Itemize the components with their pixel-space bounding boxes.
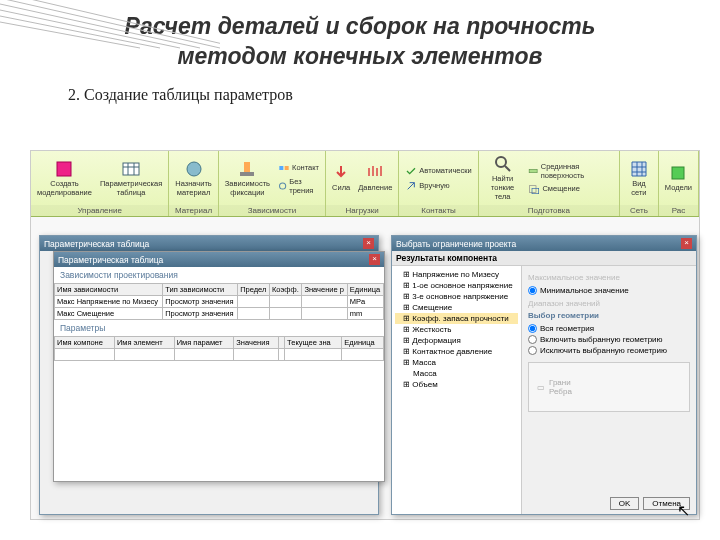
ribbon-group-label: Рас (659, 205, 698, 216)
table-cell[interactable] (114, 349, 174, 361)
table-cell[interactable]: Просмотр значения (163, 308, 238, 320)
pressure-icon (366, 164, 384, 182)
column-header[interactable]: Имя элемент (114, 337, 174, 349)
ribbon-group-label: Подготовка (479, 205, 619, 216)
column-header[interactable]: Единица (347, 284, 383, 296)
ribbon-table-button[interactable]: Параметрическая таблица (98, 159, 164, 198)
table-cell[interactable] (270, 308, 302, 320)
table-cell[interactable] (174, 349, 234, 361)
ribbon-pressure-button[interactable]: Давление (356, 163, 394, 193)
panel-title: Параметрическая таблица (58, 255, 163, 265)
tree-item[interactable]: ⊞ 1-ое основное напряжение (395, 280, 518, 291)
column-header[interactable]: Значение р (302, 284, 347, 296)
column-header[interactable]: Тип зависимости (163, 284, 238, 296)
table-cell[interactable] (270, 296, 302, 308)
contact-icon (278, 162, 290, 174)
constraint-form: Максимальное значение Минимальное значен… (522, 266, 696, 514)
table-cell[interactable] (302, 308, 347, 320)
ribbon-label: Сила (332, 183, 350, 192)
table-cell[interactable] (234, 349, 279, 361)
table-row[interactable] (55, 349, 384, 361)
column-header[interactable]: Значения (234, 337, 279, 349)
radio-min-value[interactable]: Минимальное значение (528, 285, 690, 296)
tree-header: Результаты компонента (392, 251, 696, 266)
radio-all-geometry[interactable]: Вся геометрия (528, 323, 690, 334)
table-row[interactable]: Макс Напряжение по МизесуПросмотр значен… (55, 296, 384, 308)
ribbon-force-button[interactable]: Сила (330, 163, 352, 193)
tree-item[interactable]: ⊞ Жесткость (395, 324, 518, 335)
tree-item[interactable]: ⊞ Деформация (395, 335, 518, 346)
ribbon-label: Без трения (289, 177, 319, 195)
offset-icon (528, 183, 540, 195)
application-window: Создать моделированиеПараметрическая таб… (30, 150, 700, 520)
tree-item[interactable]: ⊞ Напряжение по Мизесу (395, 269, 518, 280)
column-header[interactable]: Имя компоне (55, 337, 115, 349)
mid-icon (528, 165, 538, 177)
table-cell[interactable] (342, 349, 384, 361)
ribbon-group-label: Сеть (620, 205, 658, 216)
svg-rect-12 (244, 162, 250, 172)
table-cell[interactable]: mm (347, 308, 383, 320)
close-icon[interactable]: × (369, 254, 380, 265)
svg-rect-20 (530, 185, 537, 192)
parameters-table[interactable]: Имя компонеИмя элементИмя параметЗначени… (54, 336, 384, 361)
radio-exclude-geometry[interactable]: Исключить выбранную геометрию (528, 345, 690, 356)
ribbon-label: Зависимость фиксации (225, 179, 270, 197)
ribbon-mesh-button[interactable]: Вид сети (624, 159, 654, 198)
tree-item-label: Масса (413, 369, 437, 378)
tree-item[interactable]: ⊞ Контактное давление (395, 346, 518, 357)
disabled-selection-box: ▭ Грани Ребра (528, 362, 690, 412)
ribbon-contact-button[interactable]: Контакт (276, 161, 321, 175)
column-header[interactable]: Коэфф. (270, 284, 302, 296)
tree-item[interactable]: ⊞ Коэфф. запаса прочности (395, 313, 518, 324)
tree-item[interactable]: ⊞ Масса (395, 357, 518, 368)
table-cell[interactable] (285, 349, 342, 361)
svg-rect-13 (240, 172, 254, 176)
ok-button[interactable]: OK (610, 497, 640, 510)
table-cell[interactable] (55, 349, 115, 361)
ribbon-group-label: Управление (31, 205, 168, 216)
ribbon-run-button[interactable]: Модели (663, 163, 694, 193)
table-cell[interactable]: Макс Смещение (55, 308, 163, 320)
ribbon-label: Давление (358, 183, 392, 192)
group-max-value: Максимальное значение (528, 273, 690, 282)
table-cell[interactable] (302, 296, 347, 308)
column-header[interactable]: Текущее зна (285, 337, 342, 349)
ribbon-cube-button[interactable]: Создать моделирование (35, 159, 94, 198)
close-icon[interactable]: × (363, 238, 374, 249)
close-icon[interactable]: × (681, 238, 692, 249)
column-header[interactable]: Предел (238, 284, 270, 296)
radio-include-geometry[interactable]: Включить выбранную геометрию (528, 334, 690, 345)
table-row[interactable]: Макс СмещениеПросмотр значенияmm (55, 308, 384, 320)
ribbon-label: Вид сети (626, 179, 652, 197)
ribbon-toolbar: Создать моделированиеПараметрическая таб… (31, 151, 699, 217)
ribbon-offset-button[interactable]: Смещение (526, 182, 615, 196)
ribbon-find-button[interactable]: Найти тонкие тела (483, 154, 523, 202)
table-cell[interactable]: Макс Напряжение по Мизесу (55, 296, 163, 308)
tree-item[interactable]: Масса (395, 368, 518, 379)
tree-item[interactable]: ⊞ 3-е основное напряжение (395, 291, 518, 302)
dependencies-table[interactable]: Имя зависимостиТип зависимостиПределКоэф… (54, 283, 384, 320)
tree-item[interactable]: ⊞ Смещение (395, 302, 518, 313)
ribbon-material-button[interactable]: Назначить материал (173, 159, 214, 198)
ribbon-auto-button[interactable]: Автоматически (403, 164, 473, 178)
svg-point-16 (280, 182, 286, 188)
column-header[interactable]: Имя зависимости (55, 284, 163, 296)
svg-point-11 (187, 162, 201, 176)
section-label-parameters: Параметры (54, 320, 384, 336)
friction-icon (278, 180, 287, 192)
radio-label: Вся геометрия (540, 324, 594, 333)
panel-header: Параметрическая таблица × (40, 236, 378, 251)
table-cell[interactable]: Просмотр значения (163, 296, 238, 308)
ribbon-manual-button[interactable]: Вручную (403, 179, 473, 193)
table-cell[interactable] (238, 296, 270, 308)
slide-subtitle: 2. Создание таблицы параметров (68, 86, 720, 104)
table-cell[interactable] (238, 308, 270, 320)
table-cell[interactable]: MPa (347, 296, 383, 308)
ribbon-friction-button[interactable]: Без трения (276, 176, 321, 196)
column-header[interactable]: Имя парамет (174, 337, 234, 349)
ribbon-fix-button[interactable]: Зависимость фиксации (223, 159, 272, 198)
ribbon-mid-button[interactable]: Срединная поверхность (526, 161, 615, 181)
column-header[interactable]: Единица (342, 337, 384, 349)
tree-item[interactable]: ⊞ Объем (395, 379, 518, 390)
